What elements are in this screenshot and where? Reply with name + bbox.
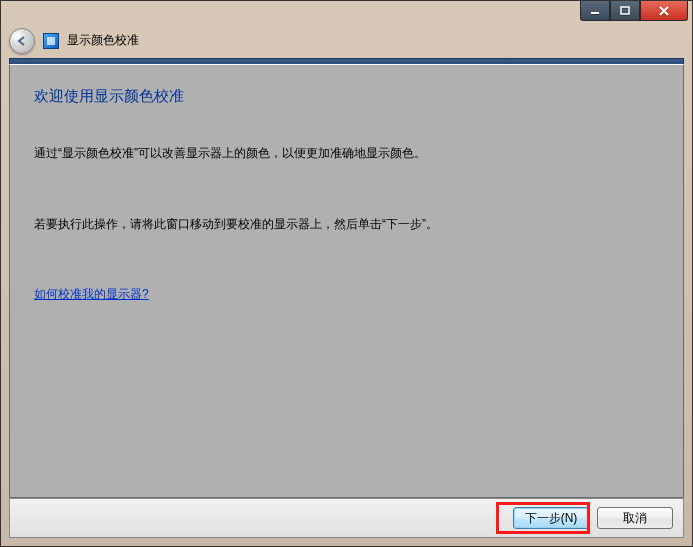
footer-bar: 下一步(N) 取消 xyxy=(9,498,684,538)
arrow-left-icon xyxy=(15,34,29,48)
window-frame: 显示颜色校准 欢迎使用显示颜色校准 通过“显示颜色校准”可以改善显示器上的颜色，… xyxy=(0,0,693,547)
app-icon xyxy=(43,33,59,49)
window-title: 显示颜色校准 xyxy=(67,32,139,49)
svg-rect-1 xyxy=(621,7,629,14)
help-link[interactable]: 如何校准我的显示器? xyxy=(34,287,149,301)
svg-rect-2 xyxy=(47,37,55,45)
content-area: 欢迎使用显示颜色校准 通过“显示颜色校准”可以改善显示器上的颜色，以便更加准确地… xyxy=(9,64,684,498)
minimize-button[interactable] xyxy=(580,1,610,21)
caption-buttons xyxy=(580,1,688,21)
paragraph-2: 若要执行此操作，请将此窗口移动到要校准的显示器上，然后单击“下一步”。 xyxy=(34,215,659,234)
maximize-button[interactable] xyxy=(610,1,640,21)
back-button[interactable] xyxy=(9,28,35,54)
svg-rect-0 xyxy=(591,12,599,14)
titlebar xyxy=(1,1,692,23)
content-inner: 欢迎使用显示颜色校准 通过“显示颜色校准”可以改善显示器上的颜色，以便更加准确地… xyxy=(10,65,683,325)
page-heading: 欢迎使用显示颜色校准 xyxy=(34,87,659,106)
header-row: 显示颜色校准 xyxy=(1,23,692,58)
next-button[interactable]: 下一步(N) xyxy=(513,507,589,529)
close-button[interactable] xyxy=(640,1,688,21)
cancel-button[interactable]: 取消 xyxy=(597,507,673,529)
paragraph-1: 通过“显示颜色校准”可以改善显示器上的颜色，以便更加准确地显示颜色。 xyxy=(34,144,659,163)
